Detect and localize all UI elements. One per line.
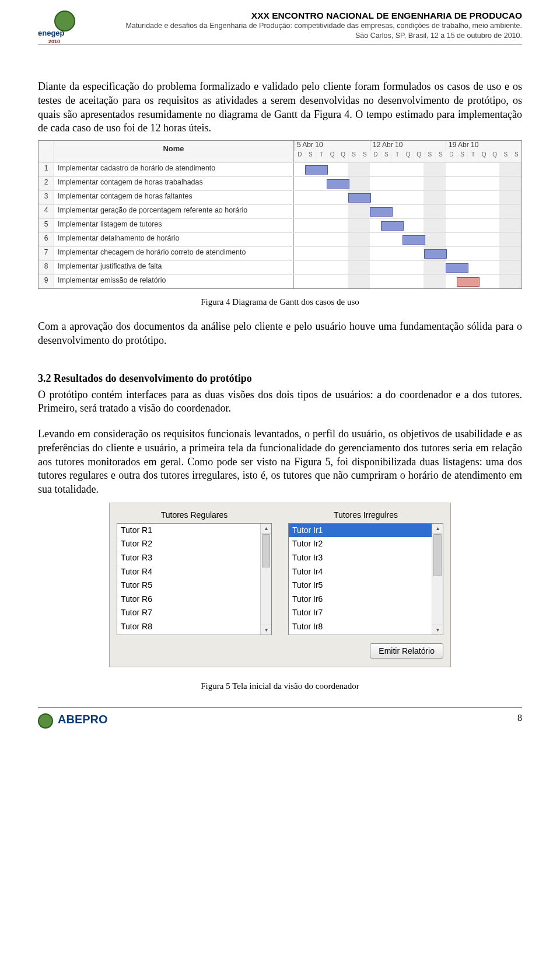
list-item[interactable]: Tutor R5: [117, 579, 260, 593]
gantt-name-header: Nome: [163, 144, 184, 153]
gantt-bar[interactable]: [348, 193, 371, 203]
gantt-day-label: Q: [402, 151, 414, 162]
gantt-day-label: S: [381, 151, 392, 162]
gantt-bar[interactable]: [381, 221, 404, 231]
gantt-bar[interactable]: [402, 235, 425, 245]
list-item[interactable]: Tutor Ir7: [289, 606, 432, 620]
gantt-day-label: S: [511, 151, 522, 162]
column-resize-handle[interactable]: [291, 141, 295, 162]
scrollbar-irregulares[interactable]: ▴ ▾: [432, 524, 443, 635]
gantt-day-label: S: [359, 151, 370, 162]
list-item[interactable]: Tutor Ir9: [289, 634, 432, 635]
gantt-task-name: Implementar justificativa de falta: [54, 261, 294, 274]
list-item[interactable]: Tutor R2: [117, 537, 260, 551]
gantt-day-label: S: [457, 151, 468, 162]
page-header: enegep 2010 XXX ENCONTRO NACIONAL DE ENG…: [38, 0, 522, 45]
gantt-day-label: S: [435, 151, 446, 162]
list-item[interactable]: Tutor R1: [117, 524, 260, 538]
gantt-row-number: 5: [38, 219, 54, 232]
gantt-row-number: 4: [38, 205, 54, 218]
gantt-day-label: T: [391, 151, 402, 162]
scroll-thumb[interactable]: [262, 534, 270, 567]
list-item[interactable]: Tutor Ir8: [289, 620, 432, 634]
gantt-row: 1Implementar cadastro de horário de aten…: [38, 162, 522, 176]
gantt-row: 5Implementar listagem de tutores: [38, 218, 522, 232]
gantt-bar[interactable]: [327, 179, 349, 189]
scroll-up-icon[interactable]: ▴: [261, 524, 271, 534]
gantt-row: 8Implementar justificativa de falta: [38, 260, 522, 274]
conference-sub1: Maturidade e desafios da Engenharia de P…: [97, 21, 522, 31]
page-footer: ABEPRO 8: [38, 708, 522, 729]
logo-text: enegep: [38, 29, 65, 37]
gantt-timeline-cell: [294, 205, 522, 218]
gantt-row: 3Implementar contagem de horas faltantes: [38, 190, 522, 204]
gantt-bar[interactable]: [446, 263, 468, 273]
gantt-timeline-cell: [294, 191, 522, 204]
gantt-row-number: 7: [38, 247, 54, 260]
gantt-task-name: Implementar contagem de horas trabalhada…: [54, 177, 294, 190]
scroll-down-icon[interactable]: ▾: [261, 625, 271, 635]
gantt-bar[interactable]: [305, 165, 328, 175]
paragraph-prototype: O protótipo contém interfaces para as du…: [38, 388, 522, 416]
list-item[interactable]: Tutor R7: [117, 606, 260, 620]
gantt-timeline-cell: [294, 275, 522, 288]
list-item[interactable]: Tutor R3: [117, 551, 260, 565]
gantt-day-label: Q: [337, 151, 348, 162]
list-item[interactable]: Tutor R8: [117, 620, 260, 634]
gantt-bar[interactable]: [370, 207, 393, 217]
emitir-relatorio-button[interactable]: Emitir Relatório: [370, 643, 443, 659]
scroll-thumb[interactable]: [433, 534, 442, 576]
globe-icon: [38, 713, 53, 729]
gantt-timeline-cell: [294, 177, 522, 190]
gantt-bar[interactable]: [457, 277, 480, 287]
scrollbar-regulares[interactable]: ▴ ▾: [260, 524, 271, 635]
list-item[interactable]: Tutor Ir6: [289, 593, 432, 607]
label-tutores-irregulares: Tutores Irregulres: [288, 508, 443, 523]
list-item[interactable]: Tutor Ir3: [289, 551, 432, 565]
logo-year: 2010: [48, 39, 60, 44]
gantt-day-label: S: [424, 151, 435, 162]
list-item[interactable]: Tutor R6: [117, 593, 260, 607]
gantt-task-name: Implementar cadastro de horário de atend…: [54, 163, 294, 176]
gantt-row-number: 1: [38, 163, 54, 176]
listbox-regulares[interactable]: Tutor R1Tutor R2Tutor R3Tutor R4Tutor R5…: [117, 523, 272, 635]
gantt-day-label: S: [305, 151, 316, 162]
gantt-row: 2Implementar contagem de horas trabalhad…: [38, 176, 522, 190]
gantt-row-number: 6: [38, 233, 54, 246]
paragraph-requirements: Levando em consideração os requisitos fu…: [38, 427, 522, 497]
gantt-row: 7Implementar checagem de horário correto…: [38, 246, 522, 260]
list-item[interactable]: Tutor Ir1: [289, 524, 432, 538]
gantt-week-label: 19 Abr 10: [446, 141, 522, 151]
gantt-day-label: S: [500, 151, 511, 162]
list-item[interactable]: Tutor Ir5: [289, 579, 432, 593]
gantt-day-label: Q: [327, 151, 338, 162]
gantt-bar[interactable]: [424, 249, 447, 259]
gantt-timeline-cell: [294, 261, 522, 274]
gantt-row: 4Implementar geração de porcentagem refe…: [38, 204, 522, 218]
gantt-row-number: 8: [38, 261, 54, 274]
gantt-chart: Nome 5 Abr 1012 Abr 1019 Abr 10 DSTQQSSD…: [38, 140, 522, 289]
list-item[interactable]: Tutor R4: [117, 565, 260, 579]
listbox-irregulares[interactable]: Tutor Ir1Tutor Ir2Tutor Ir3Tutor Ir4Tuto…: [288, 523, 443, 635]
gantt-task-name: Implementar listagem de tutores: [54, 219, 294, 232]
gantt-task-name: Implementar contagem de horas faltantes: [54, 191, 294, 204]
gantt-day-label: D: [370, 151, 381, 162]
gantt-week-label: 5 Abr 10: [294, 141, 370, 151]
scroll-up-icon[interactable]: ▴: [432, 524, 443, 534]
gantt-timeline-cell: [294, 247, 522, 260]
enegep-logo: enegep 2010: [38, 11, 90, 41]
page-number: 8: [517, 713, 522, 723]
conference-title: XXX ENCONTRO NACIONAL DE ENGENHARIA DE P…: [97, 11, 522, 21]
scroll-down-icon[interactable]: ▾: [432, 625, 443, 635]
abepro-logo: ABEPRO: [38, 713, 108, 729]
footer-logo-text: ABEPRO: [58, 713, 108, 726]
gantt-day-label: S: [348, 151, 359, 162]
gantt-row: 6Implementar detalhamento de horário: [38, 232, 522, 246]
list-item[interactable]: Tutor Ir2: [289, 537, 432, 551]
gantt-row-number: 3: [38, 191, 54, 204]
list-item[interactable]: Tutor R9: [117, 634, 260, 635]
list-item[interactable]: Tutor Ir4: [289, 565, 432, 579]
tutor-dialog: Tutores Regulares Tutor R1Tutor R2Tutor …: [109, 503, 451, 667]
gantt-day-label: Q: [413, 151, 424, 162]
gantt-task-name: Implementar detalhamento de horário: [54, 233, 294, 246]
